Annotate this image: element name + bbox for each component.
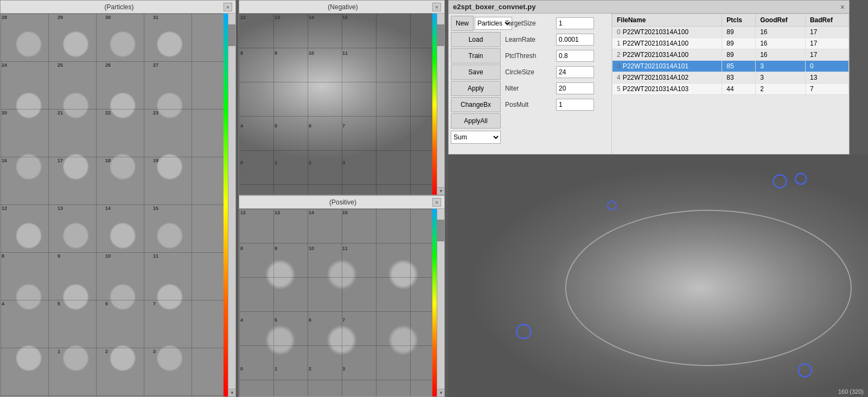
ptcl-thresh-input[interactable] — [556, 50, 594, 62]
table-row[interactable]: 5P22WT20210314A103 44 2 7 — [612, 84, 849, 95]
grid-label-10: 10 — [105, 253, 111, 259]
learn-rate-input[interactable] — [556, 34, 594, 46]
positive-image[interactable]: 12 13 14 15 8 9 10 11 4 5 6 7 0 1 2 3 ▼ — [239, 209, 444, 396]
positive-scroll-arrow[interactable]: ▼ — [437, 389, 444, 396]
svg-point-5 — [799, 364, 812, 377]
particles-window: (Particles) × 28 29 30 31 24 25 26 27 20… — [0, 0, 236, 397]
grid-label-27: 27 — [153, 62, 158, 68]
load-button[interactable]: Load — [451, 32, 501, 47]
train-button[interactable]: Train — [451, 48, 501, 63]
cell-goodref: 2 — [756, 84, 806, 95]
control-titlebar: e2spt_boxer_convnet.py × — [449, 1, 849, 14]
save-button[interactable]: Save — [451, 65, 501, 80]
cell-filename: 2P22WT20210314A100 — [612, 49, 722, 61]
grid-label-4: 4 — [2, 301, 4, 306]
cell-badref: 17 — [805, 38, 848, 49]
grid-label-6: 6 — [105, 301, 108, 306]
cell-ptcls: 85 — [722, 61, 756, 72]
negative-image[interactable]: 12 13 14 15 8 9 10 11 4 5 6 7 0 1 2 3 ▼ — [239, 14, 444, 195]
grid-label-19: 19 — [153, 158, 158, 163]
pos-label-12: 12 — [240, 210, 246, 215]
negative-close-button[interactable]: × — [432, 3, 441, 11]
pos-label-15: 15 — [342, 210, 348, 215]
circle-size-input[interactable] — [556, 66, 594, 78]
pos-label-5: 5 — [275, 317, 277, 323]
grid-label-16: 16 — [2, 158, 7, 163]
grid-label-15: 15 — [153, 206, 158, 211]
pos-label-6: 6 — [309, 317, 311, 323]
negative-scroll-arrow[interactable]: ▼ — [437, 187, 444, 195]
particles-title: (Particles) — [15, 3, 224, 11]
grid-label-3: 3 — [153, 349, 156, 354]
grid-label-24: 24 — [2, 62, 7, 68]
neg-label-9: 9 — [275, 50, 277, 56]
cell-goodref: 16 — [756, 38, 806, 49]
table-row[interactable]: 2P22WT20210314A100 89 16 17 — [612, 49, 849, 61]
cell-goodref: 16 — [756, 49, 806, 61]
svg-point-4 — [516, 324, 531, 338]
neg-label-1: 1 — [275, 160, 277, 165]
particles-image[interactable]: 28 29 30 31 24 25 26 27 20 21 22 23 16 1… — [1, 14, 235, 396]
particles-scroll-thumb[interactable] — [228, 24, 235, 46]
grid-label-23: 23 — [153, 110, 158, 116]
niter-input[interactable] — [556, 82, 594, 94]
pos-label-8: 8 — [240, 246, 243, 251]
negative-titlebar: (Negative) × — [239, 1, 444, 14]
control-close-button[interactable]: × — [840, 3, 845, 11]
positive-titlebar: (Positive) × — [239, 196, 444, 209]
new-button[interactable]: New — [451, 16, 474, 31]
negative-scroll-thumb[interactable] — [437, 24, 444, 46]
particles-close-button[interactable]: × — [224, 3, 232, 11]
grid-label-12: 12 — [2, 206, 7, 211]
cell-ptcls: 89 — [722, 38, 756, 49]
particles-content: 28 29 30 31 24 25 26 27 20 21 22 23 16 1… — [1, 14, 235, 396]
positive-grid-overlay — [239, 209, 444, 396]
positive-scrollbar[interactable]: ▼ — [437, 209, 444, 396]
circle-size-row: CircleSize — [505, 65, 609, 80]
pos-mult-label: PosMult — [505, 101, 554, 108]
control-body: New Particles Load Train Save Apply Chan… — [449, 14, 849, 154]
neg-label-8: 8 — [240, 50, 243, 56]
negative-colorbar — [432, 14, 437, 195]
neg-label-12: 12 — [240, 15, 246, 20]
changebx-button[interactable]: ChangeBx — [451, 97, 501, 112]
target-size-input[interactable] — [556, 17, 594, 29]
target-size-row: TargetSize — [505, 16, 609, 31]
neg-label-3: 3 — [342, 160, 345, 165]
positive-title: (Positive) — [253, 198, 432, 206]
table-row[interactable]: 1P22WT20210314A100 89 16 17 — [612, 38, 849, 49]
sum-dropdown[interactable]: Sum — [451, 131, 501, 144]
grid-label-21: 21 — [58, 110, 63, 116]
particles-scrollbar[interactable]: ▼ — [228, 14, 235, 396]
positive-close-button[interactable]: × — [432, 198, 441, 207]
grid-label-20: 20 — [2, 110, 7, 116]
main-view[interactable]: 160 (320) — [448, 155, 868, 397]
grid-label-29: 29 — [58, 15, 63, 20]
grid-label-11: 11 — [153, 253, 158, 259]
negative-scrollbar[interactable]: ▼ — [437, 14, 444, 195]
positive-scroll-thumb[interactable] — [437, 220, 444, 241]
pos-label-0: 0 — [240, 366, 243, 372]
cell-goodref: 3 — [756, 72, 806, 84]
grid-label-26: 26 — [105, 62, 111, 68]
pos-label-3: 3 — [342, 366, 345, 372]
positive-window: (Positive) × 12 13 14 15 8 9 10 11 4 5 6… — [239, 195, 445, 397]
pos-label-9: 9 — [275, 246, 277, 251]
applyall-button[interactable]: ApplyAll — [451, 113, 501, 129]
cell-goodref: 16 — [756, 27, 806, 38]
apply-button[interactable]: Apply — [451, 81, 501, 96]
neg-label-7: 7 — [342, 123, 345, 129]
pos-mult-row: PosMult — [505, 97, 609, 112]
pos-label-14: 14 — [309, 210, 314, 215]
pos-mult-input[interactable] — [556, 99, 594, 111]
negative-window: (Negative) × 12 13 14 15 8 9 10 11 4 5 6… — [239, 0, 445, 195]
svg-point-3 — [608, 201, 616, 210]
particles-scroll-arrow[interactable]: ▼ — [228, 389, 235, 396]
positive-content: 12 13 14 15 8 9 10 11 4 5 6 7 0 1 2 3 ▼ — [239, 209, 444, 396]
table-row[interactable]: 4P22WT20210314A102 83 3 13 — [612, 72, 849, 84]
table-row[interactable]: 0P22WT20210314A100 89 16 17 — [612, 27, 849, 38]
cell-ptcls: 83 — [722, 72, 756, 84]
cell-filename: 0P22WT20210314A100 — [612, 27, 722, 38]
table-row[interactable]: 3P22WT20210314A101 85 3 0 — [612, 61, 849, 72]
neg-label-15: 15 — [342, 15, 348, 20]
